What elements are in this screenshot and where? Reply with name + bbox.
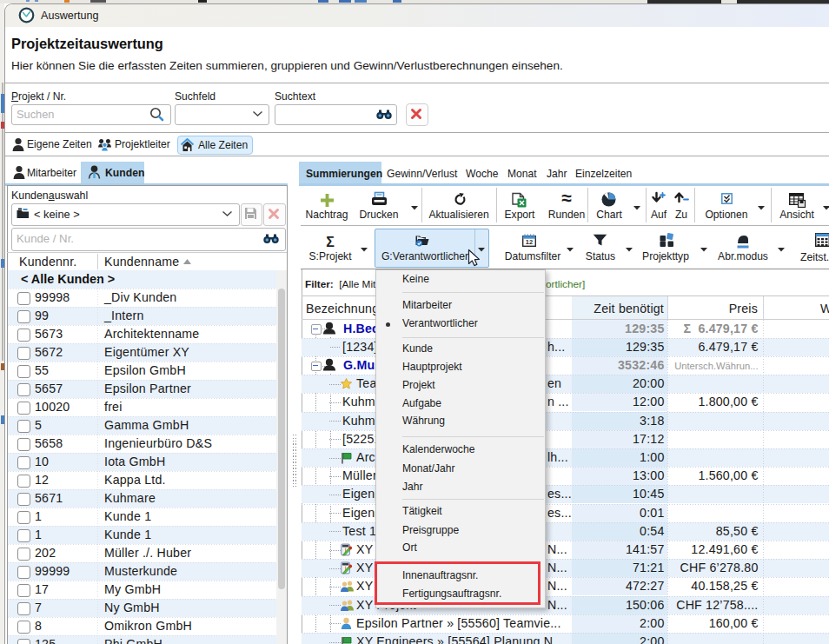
svg-text:12: 12 [526, 238, 533, 246]
